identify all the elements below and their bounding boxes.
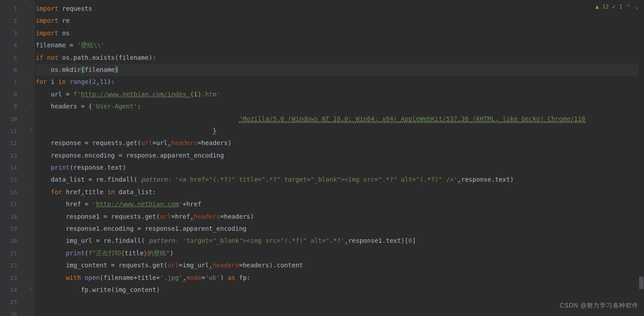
code-line: import requests [36, 3, 644, 15]
code-line: href = 'http://www.netbian.com'+href [36, 198, 644, 210]
line-number: 6 [0, 64, 28, 76]
line-number: 26 [0, 308, 28, 316]
line-number: 16 [0, 186, 28, 198]
code-line: import re [36, 15, 644, 27]
next-highlight-button[interactable]: ⌄ [635, 4, 640, 10]
line-number: 9 [0, 100, 28, 112]
line-number: 2 [0, 15, 28, 27]
code-line: print(response.text) [36, 162, 644, 174]
check-icon[interactable]: ✔ [612, 4, 615, 10]
code-line: import os [36, 27, 644, 39]
code-line: response = requests.get(url=url,headers=… [36, 137, 644, 149]
warning-count: 12 [602, 4, 609, 10]
watermark-text: CSDN @努力学习各种软件 [560, 302, 639, 310]
line-number: 23 [0, 272, 28, 284]
code-line: 'Mozilla/5.0 (Windows NT 10.0; Win64; x6… [36, 113, 644, 125]
scrollbar-thumb[interactable] [639, 277, 644, 289]
code-line: if not os.path.exists(filename): [36, 52, 644, 64]
line-number: 8 [0, 88, 28, 100]
line-number: 5 [0, 52, 28, 64]
code-line: response1 = requests.get(url=href,header… [36, 211, 644, 223]
code-line: print(f"正在打印{title}的壁纸") [36, 247, 644, 259]
code-content[interactable]: import requests import re import os file… [28, 0, 644, 316]
line-number: 18 [0, 211, 28, 223]
code-line: for href,title in data_list: [36, 186, 644, 198]
check-count: 1 [619, 4, 622, 10]
code-line [36, 308, 644, 316]
code-line: } [36, 125, 644, 137]
code-line: fp.write(img_content) [36, 284, 644, 296]
code-line: filename = '壁纸\\' [36, 39, 644, 51]
code-line-current: os.mkdir(filename) [36, 64, 644, 76]
code-line: data_list = re.findall( pattern: '<a hre… [36, 174, 644, 186]
line-number: 21 [0, 247, 28, 259]
code-line: response1.encoding = response1.apparent_… [36, 223, 644, 235]
code-line: url = f'http://www.netbian.com/index_{i}… [36, 88, 644, 100]
line-number: 12 [0, 137, 28, 149]
line-number: 1 [0, 3, 28, 15]
warning-icon[interactable]: ▲ [595, 4, 598, 10]
code-line: with open(filename+title+'.jpg',mode='wb… [36, 272, 644, 284]
code-line: img_url = re.findall( pattern: 'target="… [36, 235, 644, 247]
line-number: 25 [0, 296, 28, 308]
scrollbar-track[interactable] [639, 0, 644, 316]
line-number: 4 [0, 39, 28, 51]
line-number: 13 [0, 150, 28, 162]
code-line: response.encoding = response.apparent_en… [36, 150, 644, 162]
code-line: headers = {'User-Agent': [36, 100, 644, 112]
line-number: 19 [0, 223, 28, 235]
line-number: 14 [0, 162, 28, 174]
line-number: 11 [0, 125, 28, 137]
inspection-status: ▲ 12 ✔ 1 ⌃ ⌄ [595, 4, 640, 10]
line-number-gutter: 1234567891011121314151617181920212223242… [0, 0, 28, 316]
code-line [36, 296, 644, 308]
line-number: 22 [0, 259, 28, 271]
code-line: img_content = requests.get(url=img_url,h… [36, 259, 644, 271]
line-number: 20 [0, 235, 28, 247]
code-line: for i in range(2,11): [36, 76, 644, 88]
line-number: 10 [0, 113, 28, 125]
prev-highlight-button[interactable]: ⌃ [626, 4, 631, 10]
code-editor: 1234567891011121314151617181920212223242… [0, 0, 644, 316]
line-number: 7 [0, 76, 28, 88]
line-number: 15 [0, 174, 28, 186]
line-number: 3 [0, 27, 28, 39]
line-number: 24 [0, 284, 28, 296]
line-number: 17 [0, 198, 28, 210]
